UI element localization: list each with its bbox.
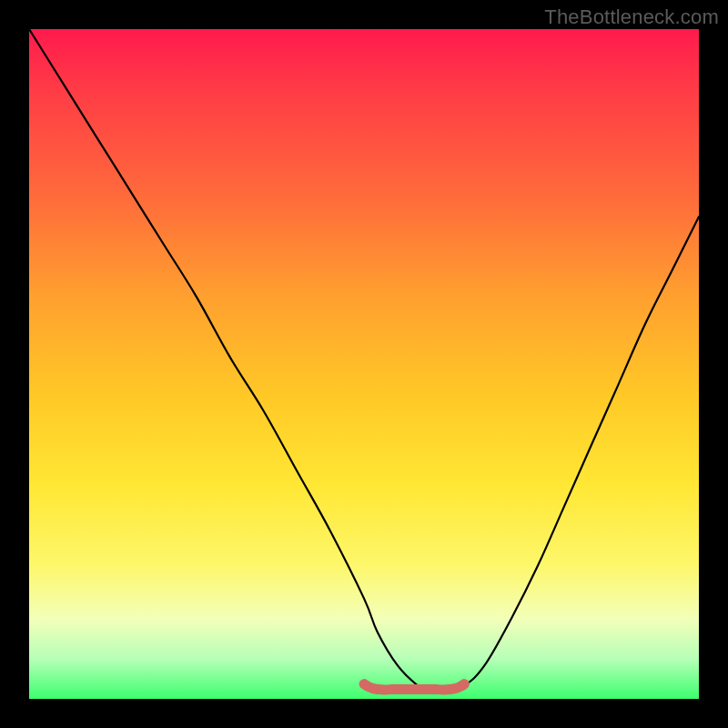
plot-area [29, 29, 699, 699]
chart-svg [29, 29, 699, 699]
chart-frame: TheBottleneck.com [0, 0, 728, 728]
minimum-marker [364, 684, 464, 690]
bottleneck-curve [29, 29, 699, 693]
watermark-label: TheBottleneck.com [544, 5, 719, 29]
